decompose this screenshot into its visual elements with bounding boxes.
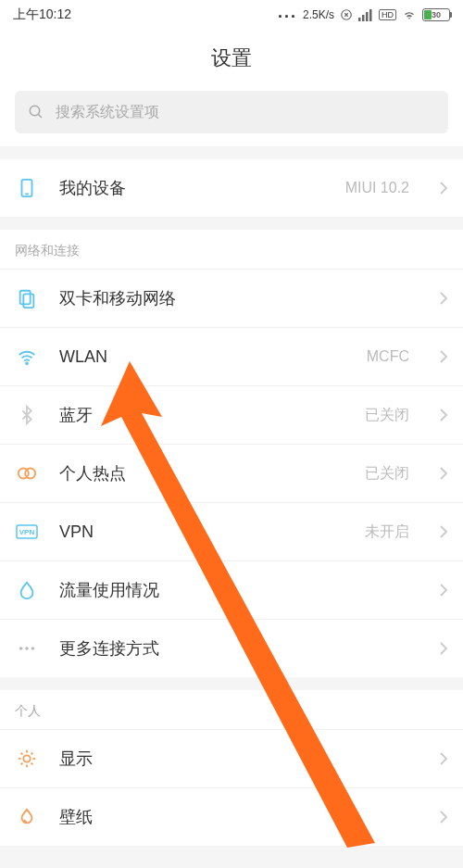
wifi-status-icon [402,8,417,21]
item-bluetooth[interactable]: 蓝牙 已关闭 [0,386,463,445]
svg-line-24 [21,753,23,755]
my-device-section: 我的设备 MIUI 10.2 [0,159,463,217]
svg-point-16 [19,647,23,650]
network-section: 双卡和移动网络 WLAN MCFC 蓝牙 已关闭 个人热点 已关闭 VPN VP… [0,270,463,677]
chevron-right-icon [439,583,448,598]
status-time: 上午10:12 [13,6,71,23]
wallpaper-icon [15,805,39,829]
svg-line-6 [38,114,42,118]
item-value: MIUI 10.2 [345,180,409,196]
search-icon [28,104,44,120]
svg-rect-1 [358,18,361,21]
svg-line-26 [21,763,23,765]
item-vpn[interactable]: VPN VPN 未开启 [0,503,463,561]
search-input[interactable] [56,104,435,120]
display-icon [15,747,39,771]
mute-icon [340,8,353,21]
svg-line-27 [31,753,33,755]
item-data-usage[interactable]: 流量使用情况 [0,561,463,620]
hotspot-icon [15,461,39,485]
item-label: 双卡和移动网络 [59,287,389,309]
item-wlan[interactable]: WLAN MCFC [0,328,463,386]
svg-rect-10 [23,294,33,308]
chevron-right-icon [439,408,448,422]
wifi-icon [15,345,39,369]
more-icon [15,636,39,660]
section-header-network: 网络和连接 [0,230,463,270]
chevron-right-icon [439,641,448,656]
chevron-right-icon [439,291,448,306]
item-hotspot[interactable]: 个人热点 已关闭 [0,445,463,503]
svg-rect-3 [366,12,369,21]
svg-point-19 [23,755,30,761]
search-field[interactable] [15,91,448,133]
bluetooth-icon [15,403,39,427]
item-label: 壁纸 [59,806,389,828]
vpn-icon: VPN [15,520,39,544]
item-label: WLAN [59,347,346,367]
item-label: VPN [59,522,344,542]
svg-line-25 [31,763,33,765]
network-speed: 2.5K/s [303,8,334,21]
item-label: 显示 [59,748,389,770]
item-my-device[interactable]: 我的设备 MIUI 10.2 [0,159,463,217]
item-label: 流量使用情况 [59,579,389,601]
svg-rect-4 [369,9,372,21]
status-right: ... 2.5K/s HD 30 [278,8,450,21]
svg-rect-9 [20,291,31,305]
item-label: 蓝牙 [59,404,344,426]
hd-indicator: HD [379,9,396,20]
item-value: 已关闭 [365,406,409,425]
item-display[interactable]: 显示 [0,730,463,788]
search-bar [0,91,463,146]
item-label: 更多连接方式 [59,637,389,660]
chevron-right-icon [439,751,448,766]
personal-section: 显示 壁纸 [0,730,463,846]
more-dots-icon: ... [278,7,297,17]
svg-point-11 [26,362,28,364]
item-value: 未开启 [365,522,409,542]
item-more-connections[interactable]: 更多连接方式 [0,620,463,677]
chevron-right-icon [439,181,448,195]
item-label: 个人热点 [59,462,344,484]
section-header-personal: 个人 [0,690,463,730]
item-value: MCFC [367,348,409,365]
svg-point-13 [25,469,35,479]
item-label: 我的设备 [59,177,325,199]
chevron-right-icon [439,349,448,364]
svg-point-5 [30,106,40,116]
svg-rect-2 [362,15,365,21]
item-wallpaper[interactable]: 壁纸 [0,788,463,846]
chevron-right-icon [439,524,448,539]
item-value: 已关闭 [365,464,409,484]
drop-icon [15,578,39,602]
signal-icon [358,8,373,21]
svg-point-18 [31,647,35,650]
device-icon [15,176,39,200]
svg-text:VPN: VPN [19,528,35,536]
sim-icon [15,286,39,310]
item-dual-sim[interactable]: 双卡和移动网络 [0,270,463,328]
chevron-right-icon [439,810,448,824]
svg-point-17 [25,647,29,650]
page-title: 设置 [0,30,463,91]
battery-indicator: 30 [422,8,450,21]
chevron-right-icon [439,466,448,481]
status-bar: 上午10:12 ... 2.5K/s HD 30 [0,0,463,30]
